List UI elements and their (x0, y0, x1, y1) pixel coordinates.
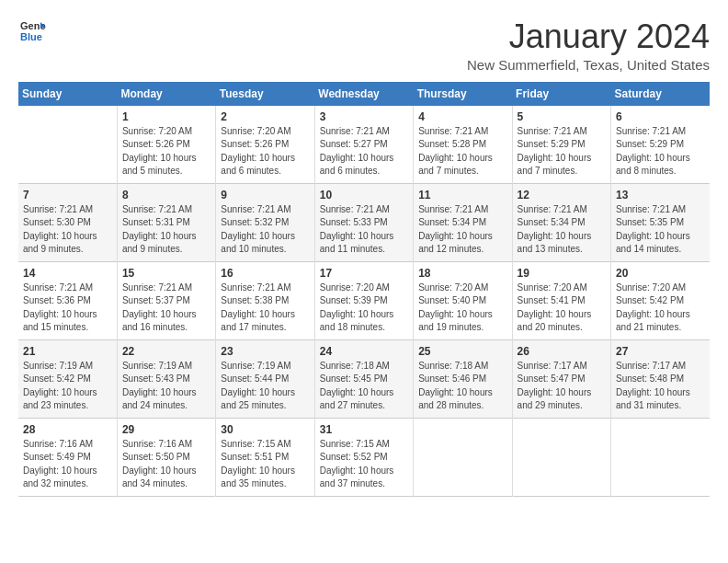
title-area: January 2024 New Summerfield, Texas, Uni… (467, 18, 710, 73)
calendar-cell: 30Sunrise: 7:15 AMSunset: 5:51 PMDayligh… (216, 418, 314, 496)
day-number: 24 (320, 345, 408, 358)
day-info: Sunrise: 7:21 AMSunset: 5:37 PMDaylight:… (122, 282, 210, 335)
calendar-cell: 14Sunrise: 7:21 AMSunset: 5:36 PMDayligh… (18, 261, 117, 339)
day-info: Sunrise: 7:21 AMSunset: 5:32 PMDaylight:… (221, 203, 309, 257)
day-number: 14 (23, 267, 112, 280)
day-number: 22 (122, 345, 210, 358)
calendar-table: Sunday Monday Tuesday Wednesday Thursday… (18, 82, 710, 497)
day-number: 13 (616, 189, 705, 201)
day-info: Sunrise: 7:17 AMSunset: 5:47 PMDaylight:… (518, 360, 606, 413)
calendar-cell: 29Sunrise: 7:16 AMSunset: 5:50 PMDayligh… (117, 418, 215, 496)
day-number: 10 (320, 189, 408, 201)
day-info: Sunrise: 7:21 AMSunset: 5:29 PMDaylight:… (518, 125, 606, 178)
day-number: 20 (616, 267, 705, 280)
day-info: Sunrise: 7:20 AMSunset: 5:39 PMDaylight:… (320, 282, 408, 335)
calendar-cell: 16Sunrise: 7:21 AMSunset: 5:38 PMDayligh… (216, 261, 314, 339)
calendar-cell: 24Sunrise: 7:18 AMSunset: 5:45 PMDayligh… (314, 339, 413, 418)
calendar-week-row: 1Sunrise: 7:20 AMSunset: 5:26 PMDaylight… (18, 106, 710, 184)
day-number: 2 (221, 110, 309, 123)
calendar-week-row: 14Sunrise: 7:21 AMSunset: 5:36 PMDayligh… (18, 261, 710, 339)
calendar-cell: 7Sunrise: 7:21 AMSunset: 5:30 PMDaylight… (18, 183, 117, 261)
calendar-subtitle: New Summerfield, Texas, United States (467, 57, 710, 73)
calendar-week-row: 7Sunrise: 7:21 AMSunset: 5:30 PMDaylight… (18, 183, 710, 261)
day-info: Sunrise: 7:20 AMSunset: 5:26 PMDaylight:… (122, 125, 210, 178)
day-info: Sunrise: 7:21 AMSunset: 5:28 PMDaylight:… (418, 125, 506, 178)
day-number: 19 (518, 267, 606, 280)
day-info: Sunrise: 7:21 AMSunset: 5:30 PMDaylight:… (23, 203, 112, 257)
calendar-cell: 26Sunrise: 7:17 AMSunset: 5:47 PMDayligh… (512, 339, 610, 418)
day-number: 29 (122, 423, 210, 436)
calendar-cell: 3Sunrise: 7:21 AMSunset: 5:27 PMDaylight… (314, 106, 413, 184)
header-thursday: Thursday (414, 82, 512, 106)
day-info: Sunrise: 7:20 AMSunset: 5:41 PMDaylight:… (518, 282, 606, 335)
day-info: Sunrise: 7:21 AMSunset: 5:35 PMDaylight:… (616, 203, 705, 257)
days-header-row: Sunday Monday Tuesday Wednesday Thursday… (18, 82, 710, 106)
day-number: 7 (23, 189, 112, 201)
calendar-cell: 8Sunrise: 7:21 AMSunset: 5:31 PMDaylight… (117, 183, 215, 261)
calendar-cell: 13Sunrise: 7:21 AMSunset: 5:35 PMDayligh… (611, 183, 710, 261)
day-info: Sunrise: 7:19 AMSunset: 5:44 PMDaylight:… (221, 360, 309, 413)
day-number: 28 (23, 423, 112, 436)
day-number: 12 (518, 189, 606, 201)
svg-text:Blue: Blue (20, 31, 42, 42)
day-info: Sunrise: 7:19 AMSunset: 5:42 PMDaylight:… (23, 360, 112, 413)
day-number: 3 (320, 110, 408, 123)
day-info: Sunrise: 7:16 AMSunset: 5:50 PMDaylight:… (122, 438, 210, 491)
day-info: Sunrise: 7:18 AMSunset: 5:46 PMDaylight:… (418, 360, 506, 413)
calendar-cell: 1Sunrise: 7:20 AMSunset: 5:26 PMDaylight… (117, 106, 215, 184)
calendar-cell: 23Sunrise: 7:19 AMSunset: 5:44 PMDayligh… (216, 339, 314, 418)
calendar-cell: 19Sunrise: 7:20 AMSunset: 5:41 PMDayligh… (512, 261, 610, 339)
day-number: 23 (221, 345, 309, 358)
day-number: 17 (320, 267, 408, 280)
calendar-cell: 4Sunrise: 7:21 AMSunset: 5:28 PMDaylight… (414, 106, 512, 184)
calendar-cell (512, 418, 610, 496)
calendar-cell: 20Sunrise: 7:20 AMSunset: 5:42 PMDayligh… (611, 261, 710, 339)
calendar-cell: 17Sunrise: 7:20 AMSunset: 5:39 PMDayligh… (314, 261, 413, 339)
day-number: 8 (122, 189, 210, 201)
day-info: Sunrise: 7:17 AMSunset: 5:48 PMDaylight:… (616, 360, 705, 413)
calendar-cell: 21Sunrise: 7:19 AMSunset: 5:42 PMDayligh… (18, 339, 117, 418)
day-info: Sunrise: 7:21 AMSunset: 5:29 PMDaylight:… (616, 125, 705, 178)
calendar-cell: 27Sunrise: 7:17 AMSunset: 5:48 PMDayligh… (611, 339, 710, 418)
calendar-cell: 31Sunrise: 7:15 AMSunset: 5:52 PMDayligh… (314, 418, 413, 496)
day-info: Sunrise: 7:20 AMSunset: 5:26 PMDaylight:… (221, 125, 309, 178)
day-info: Sunrise: 7:21 AMSunset: 5:34 PMDaylight:… (518, 203, 606, 257)
day-number: 5 (518, 110, 606, 123)
logo-icon: General Blue (20, 18, 46, 44)
calendar-cell: 28Sunrise: 7:16 AMSunset: 5:49 PMDayligh… (18, 418, 117, 496)
header-saturday: Saturday (611, 82, 710, 106)
calendar-week-row: 28Sunrise: 7:16 AMSunset: 5:49 PMDayligh… (18, 418, 710, 496)
day-info: Sunrise: 7:21 AMSunset: 5:27 PMDaylight:… (320, 125, 408, 178)
header-monday: Monday (117, 82, 215, 106)
day-number: 26 (518, 345, 606, 358)
day-number: 11 (418, 189, 506, 201)
day-info: Sunrise: 7:21 AMSunset: 5:33 PMDaylight:… (320, 203, 408, 257)
day-number: 16 (221, 267, 309, 280)
day-number: 4 (418, 110, 506, 123)
calendar-cell (18, 106, 117, 184)
day-number: 1 (122, 110, 210, 123)
calendar-week-row: 21Sunrise: 7:19 AMSunset: 5:42 PMDayligh… (18, 339, 710, 418)
calendar-cell: 5Sunrise: 7:21 AMSunset: 5:29 PMDaylight… (512, 106, 610, 184)
calendar-cell: 10Sunrise: 7:21 AMSunset: 5:33 PMDayligh… (314, 183, 413, 261)
day-info: Sunrise: 7:21 AMSunset: 5:34 PMDaylight:… (418, 203, 506, 257)
day-number: 31 (320, 423, 408, 436)
header-sunday: Sunday (18, 82, 117, 106)
day-number: 25 (418, 345, 506, 358)
header-friday: Friday (512, 82, 610, 106)
page-header: General Blue January 2024 New Summerfiel… (18, 18, 710, 73)
day-info: Sunrise: 7:18 AMSunset: 5:45 PMDaylight:… (320, 360, 408, 413)
day-number: 18 (418, 267, 506, 280)
day-number: 27 (616, 345, 705, 358)
header-wednesday: Wednesday (314, 82, 413, 106)
calendar-cell (611, 418, 710, 496)
day-info: Sunrise: 7:20 AMSunset: 5:40 PMDaylight:… (418, 282, 506, 335)
day-info: Sunrise: 7:19 AMSunset: 5:43 PMDaylight:… (122, 360, 210, 413)
calendar-cell: 22Sunrise: 7:19 AMSunset: 5:43 PMDayligh… (117, 339, 215, 418)
day-info: Sunrise: 7:20 AMSunset: 5:42 PMDaylight:… (616, 282, 705, 335)
calendar-cell: 9Sunrise: 7:21 AMSunset: 5:32 PMDaylight… (216, 183, 314, 261)
day-number: 15 (122, 267, 210, 280)
day-info: Sunrise: 7:16 AMSunset: 5:49 PMDaylight:… (23, 438, 112, 491)
logo: General Blue (18, 18, 46, 44)
calendar-cell: 11Sunrise: 7:21 AMSunset: 5:34 PMDayligh… (414, 183, 512, 261)
